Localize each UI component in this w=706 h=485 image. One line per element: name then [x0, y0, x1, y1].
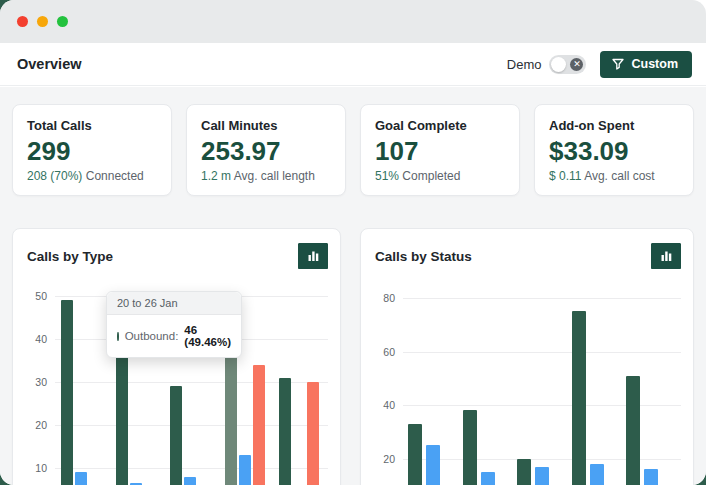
tooltip-date-range: 20 to 26 Jan	[107, 292, 241, 315]
toggle-knob	[551, 57, 566, 72]
bar-green-group-4[interactable]	[572, 311, 586, 485]
bar-green-group-2[interactable]	[463, 410, 477, 485]
bar-green-group-3[interactable]	[517, 459, 531, 485]
bar-chart-icon	[307, 250, 320, 262]
bar-chart-view-button[interactable]	[651, 243, 681, 269]
bar-blue-group-1[interactable]	[75, 472, 87, 485]
custom-button-label: Custom	[631, 57, 678, 71]
y-tick-label: 20	[17, 419, 47, 431]
stat-subtext-accent: $ 0.11	[549, 169, 581, 183]
custom-filter-button[interactable]: Custom	[600, 51, 692, 78]
stat-card-call-minutes: Call Minutes253.971.2 m Avg. call length	[186, 104, 346, 196]
stat-value: 253.97	[201, 136, 331, 167]
app-header: Overview Demo ✕ Custom	[0, 43, 706, 86]
stat-title: Add-on Spent	[549, 118, 679, 133]
stats-row: Total Calls299208 (70%) ConnectedCall Mi…	[12, 104, 694, 196]
stat-subtext: 208 (70%) Connected	[27, 169, 157, 183]
y-tick-label: 20	[365, 453, 395, 465]
stat-title: Goal Complete	[375, 118, 505, 133]
stat-value: 299	[27, 136, 157, 167]
zoom-window-button[interactable]	[57, 16, 68, 27]
chart-tooltip: 20 to 26 Jan Outbound: 46 (49.46%)	[106, 291, 242, 358]
toggle-off-x-icon: ✕	[570, 58, 583, 71]
stat-card-total-calls: Total Calls299208 (70%) Connected	[12, 104, 172, 196]
y-tick-label: 50	[17, 290, 47, 302]
bar-blue-group-5[interactable]	[644, 469, 658, 485]
gridline-y-80	[403, 298, 681, 299]
demo-toggle-label: Demo	[507, 57, 542, 72]
dashboard-content: Total Calls299208 (70%) ConnectedCall Mi…	[0, 87, 706, 485]
y-tick-label: 40	[17, 333, 47, 345]
bar-outbound-group-5[interactable]	[279, 378, 291, 485]
page-title: Overview	[14, 56, 82, 72]
stat-value: 107	[375, 136, 505, 167]
stat-subtext: 1.2 m Avg. call length	[201, 169, 331, 183]
stat-card-add-on-spent: Add-on Spent$33.09$ 0.11 Avg. call cost	[534, 104, 694, 196]
filter-funnel-icon	[612, 58, 624, 70]
y-tick-label: 80	[365, 292, 395, 304]
tooltip-series-value: 46 (49.46%)	[184, 324, 231, 348]
stat-subtext-rest: Connected	[82, 169, 143, 183]
stat-subtext-rest: Completed	[399, 169, 460, 183]
gridline-y-60	[403, 352, 681, 353]
close-window-button[interactable]	[17, 16, 28, 27]
minimize-window-button[interactable]	[37, 16, 48, 27]
bar-chart-icon	[660, 250, 673, 262]
bar-blue-group-4[interactable]	[239, 455, 251, 485]
bar-blue-group-1[interactable]	[426, 445, 440, 485]
series-dot-icon	[117, 332, 119, 341]
calls-by-status-card: Calls by Status	[360, 228, 694, 485]
stat-subtext-rest: Avg. call cost	[581, 169, 654, 183]
bar-blue-group-3[interactable]	[184, 477, 196, 485]
chart-title-calls-by-status: Calls by Status	[375, 249, 472, 264]
stat-card-goal-complete: Goal Complete10751% Completed	[360, 104, 520, 196]
bar-outbound-group-1[interactable]	[61, 300, 73, 485]
y-tick-label: 30	[17, 376, 47, 388]
page: Overview Demo ✕ Custom Total Ca	[0, 0, 706, 485]
calls-by-type-card: Calls by Type	[12, 228, 341, 485]
bar-blue-group-2[interactable]	[481, 472, 495, 485]
app-window: Overview Demo ✕ Custom Total Ca	[0, 0, 706, 485]
stat-title: Call Minutes	[201, 118, 331, 133]
bar-outbound-group-3[interactable]	[170, 386, 182, 485]
charts-row: Calls by Type	[12, 228, 694, 485]
stat-subtext-accent: 208 (70%)	[27, 169, 82, 183]
window-titlebar	[0, 0, 706, 43]
bar-red-group-4[interactable]	[253, 365, 265, 485]
bar-chart-view-button[interactable]	[298, 243, 328, 269]
bar-blue-group-4[interactable]	[590, 464, 604, 485]
y-tick-label: 40	[365, 399, 395, 411]
demo-toggle[interactable]: ✕	[549, 55, 586, 74]
chart-title-calls-by-type: Calls by Type	[27, 249, 113, 264]
stat-subtext: $ 0.11 Avg. call cost	[549, 169, 679, 183]
stat-title: Total Calls	[27, 118, 157, 133]
bar-green-group-5[interactable]	[626, 376, 640, 485]
bar-red-group-5[interactable]	[307, 382, 319, 485]
stat-subtext-rest: Avg. call length	[231, 169, 315, 183]
y-tick-label: 10	[17, 462, 47, 474]
tooltip-series-label: Outbound:	[125, 330, 179, 342]
stat-subtext-accent: 1.2 m	[201, 169, 231, 183]
stat-subtext: 51% Completed	[375, 169, 505, 183]
bar-blue-group-3[interactable]	[535, 467, 549, 485]
stat-value: $33.09	[549, 136, 679, 167]
y-tick-label: 60	[365, 346, 395, 358]
bar-green-group-1[interactable]	[408, 424, 422, 485]
stat-subtext-accent: 51%	[375, 169, 399, 183]
